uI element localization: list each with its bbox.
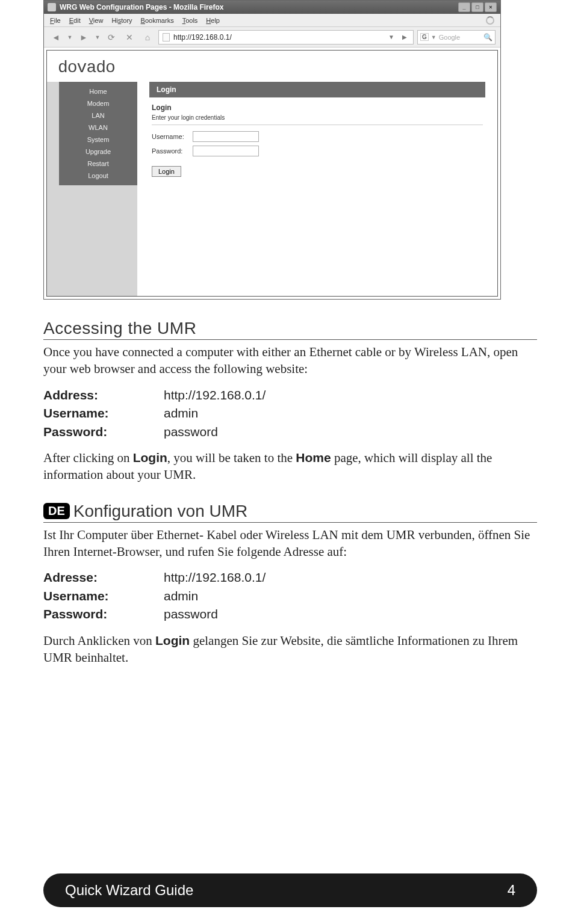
url-text: http://192.168.0.1/ — [173, 33, 232, 42]
en-after-paragraph: After clicking on Login, you will be tak… — [43, 449, 537, 484]
page-number: 4 — [508, 882, 515, 899]
window-title: WRG Web Configuration Pages - Mozilla Fi… — [60, 3, 223, 11]
password-input[interactable] — [193, 146, 259, 156]
login-button[interactable]: Login — [152, 166, 181, 177]
menu-bookmarks[interactable]: Bookmarks — [141, 17, 174, 24]
en-after-mid: , you will be taken to the — [167, 451, 296, 465]
de-password-row: Password: password — [43, 605, 537, 623]
nav-logout[interactable]: Logout — [59, 170, 137, 182]
en-password-label: Password: — [43, 423, 164, 441]
de-after-paragraph: Durch Anklicken von Login gelangen Sie z… — [43, 632, 537, 667]
url-dropdown-icon[interactable]: ▼ — [387, 32, 396, 42]
de-password-label: Password: — [43, 605, 164, 623]
de-username-value: admin — [164, 587, 198, 605]
de-password-value: password — [164, 605, 218, 623]
reload-button[interactable]: ⟳ — [104, 30, 119, 45]
forward-button[interactable]: ► — [76, 30, 91, 45]
en-username-row: Username: admin — [43, 404, 537, 422]
search-engine-icon[interactable]: G — [420, 33, 429, 41]
back-button[interactable]: ◄ — [49, 30, 63, 45]
brand-logo: dovado — [58, 58, 115, 77]
nav-wlan[interactable]: WLAN — [59, 122, 137, 134]
en-after-bold-login: Login — [133, 451, 167, 464]
nav-upgrade[interactable]: Upgrade — [59, 146, 137, 158]
nav-lan[interactable]: LAN — [59, 109, 137, 122]
en-password-row: Password: password — [43, 423, 537, 441]
router-main: Login Login Enter your login credentials… — [137, 51, 497, 296]
footer-title: Quick Wizard Guide — [65, 882, 193, 899]
de-address-row: Adresse: http://192.168.0.1/ — [43, 568, 537, 587]
menu-edit[interactable]: Edit — [69, 17, 81, 24]
en-heading: Accessing the UMR — [43, 319, 537, 340]
de-after-pre: Durch Anklicken von — [43, 633, 155, 648]
en-address-label: Address: — [43, 386, 164, 404]
search-placeholder: Google — [439, 34, 481, 41]
menu-file[interactable]: File — [50, 17, 61, 24]
de-after-bold-login: Login — [155, 633, 190, 647]
de-heading-row: DE Konfiguration von UMR — [43, 502, 537, 523]
password-label: Password: — [152, 147, 188, 155]
en-after-bold-home: Home — [296, 451, 331, 464]
search-icon[interactable]: 🔍 — [483, 33, 493, 42]
de-username-label: Username: — [43, 587, 164, 605]
search-dropdown-icon[interactable]: ▼ — [431, 34, 437, 40]
go-button[interactable]: ▶ — [400, 32, 409, 42]
router-nav: Home Modem LAN WLAN System Upgrade Resta… — [59, 82, 137, 185]
throbber-icon — [486, 16, 494, 25]
menu-view[interactable]: View — [89, 17, 104, 24]
nav-system[interactable]: System — [59, 134, 137, 146]
de-address-value: http://192.168.0.1/ — [164, 568, 266, 587]
menu-bar: File Edit View History Bookmarks Tools H… — [44, 14, 500, 27]
nav-modem[interactable]: Modem — [59, 97, 137, 109]
toolbar: ◄ ▼ ► ▼ ⟳ ✕ ⌂ http://192.168.0.1/ ▼ ▶ G … — [44, 27, 500, 48]
menu-help[interactable]: Help — [206, 17, 220, 24]
de-heading: Konfiguration von UMR — [73, 502, 247, 521]
menu-history[interactable]: History — [111, 17, 132, 24]
nav-restart[interactable]: Restart — [59, 158, 137, 170]
document-body: Accessing the UMR Once you have connecte… — [43, 319, 537, 674]
username-label: Username: — [152, 133, 188, 140]
router-sidebar-col: dovado Home Modem LAN WLAN System Upgrad… — [47, 51, 137, 296]
footer: Quick Wizard Guide 4 — [43, 873, 537, 907]
en-password-value: password — [164, 423, 218, 441]
back-dropdown[interactable]: ▼ — [67, 30, 73, 45]
en-after-pre: After clicking on — [43, 451, 133, 465]
login-section: Login Enter your login credentials Usern… — [149, 97, 485, 183]
url-bar[interactable]: http://192.168.0.1/ ▼ ▶ — [158, 30, 414, 45]
window-titlebar: WRG Web Configuration Pages - Mozilla Fi… — [44, 1, 500, 14]
de-intro: Ist Ihr Computer über Ethernet- Kabel od… — [43, 526, 537, 561]
en-intro: Once you have connected a computer with … — [43, 343, 537, 378]
en-address-value: http://192.168.0.1/ — [164, 386, 266, 404]
firefox-icon — [48, 3, 56, 11]
browser-window: WRG Web Configuration Pages - Mozilla Fi… — [43, 0, 501, 300]
forward-dropdown[interactable]: ▼ — [95, 30, 101, 45]
en-username-label: Username: — [43, 404, 164, 422]
search-bar[interactable]: G ▼ Google 🔍 — [417, 30, 496, 45]
page-icon — [163, 33, 170, 42]
maximize-button[interactable]: □ — [471, 2, 483, 12]
nav-home[interactable]: Home — [59, 85, 137, 97]
login-section-title: Login — [152, 103, 483, 112]
de-username-row: Username: admin — [43, 587, 537, 605]
router-page: dovado Home Modem LAN WLAN System Upgrad… — [46, 50, 498, 297]
en-address-row: Address: http://192.168.0.1/ — [43, 386, 537, 404]
minimize-button[interactable]: _ — [458, 2, 470, 12]
home-button[interactable]: ⌂ — [140, 30, 155, 45]
language-badge-de: DE — [43, 503, 70, 519]
en-username-value: admin — [164, 404, 198, 422]
de-address-label: Adresse: — [43, 568, 164, 587]
login-panel-header: Login — [149, 82, 485, 97]
username-input[interactable] — [193, 131, 259, 142]
divider — [152, 125, 483, 125]
close-button[interactable]: × — [485, 2, 497, 12]
stop-button[interactable]: ✕ — [122, 30, 137, 45]
login-section-subtitle: Enter your login credentials — [152, 114, 483, 121]
menu-tools[interactable]: Tools — [182, 17, 198, 24]
